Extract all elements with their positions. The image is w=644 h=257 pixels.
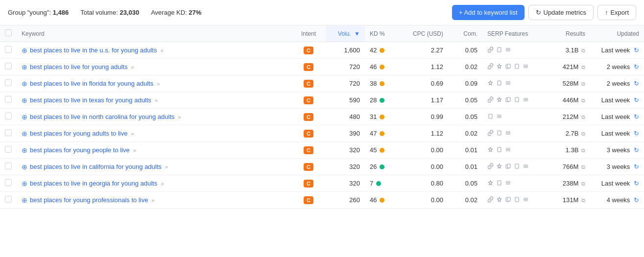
row-checkbox[interactable] bbox=[5, 196, 12, 203]
com-value: 0.01 bbox=[465, 163, 477, 170]
row-checkbox[interactable] bbox=[5, 129, 12, 136]
volume-value: 720 bbox=[349, 80, 360, 87]
keyword-link[interactable]: best places for young people to live bbox=[30, 146, 130, 154]
results-cell: 212M ⧉ bbox=[546, 109, 590, 125]
com-cell: 0.05 bbox=[448, 109, 482, 125]
row-checkbox[interactable] bbox=[5, 163, 12, 169]
col-header-keyword: Keyword bbox=[17, 25, 291, 42]
com-cell: 0.01 bbox=[448, 142, 482, 159]
copy-icon[interactable]: ⧉ bbox=[581, 164, 585, 170]
copy-icon[interactable]: ⧉ bbox=[581, 47, 585, 53]
refresh-row-icon[interactable]: ↻ bbox=[634, 113, 639, 120]
com-value: 0.09 bbox=[465, 80, 477, 87]
serp-cell bbox=[482, 109, 546, 125]
add-keyword-icon[interactable]: ⊕ bbox=[22, 180, 27, 187]
copy-icon[interactable]: ⧉ bbox=[581, 197, 585, 203]
col-header-com[interactable]: Com. bbox=[448, 25, 482, 42]
add-keyword-icon[interactable]: ⊕ bbox=[22, 47, 27, 54]
volume-value: 480 bbox=[349, 113, 360, 120]
chevrons-icon: » bbox=[131, 131, 134, 137]
com-cell: 0.02 bbox=[448, 59, 482, 75]
refresh-row-icon[interactable]: ↻ bbox=[634, 47, 639, 54]
export-button[interactable]: ↑ Export bbox=[597, 5, 636, 20]
link-icon bbox=[487, 96, 494, 104]
volume-value: 320 bbox=[349, 180, 360, 187]
kd-cell: 7 bbox=[365, 175, 404, 192]
copy-icon[interactable]: ⧉ bbox=[581, 147, 585, 153]
row-checkbox[interactable] bbox=[5, 96, 12, 103]
bookmark-multi-icon bbox=[505, 96, 511, 104]
cpc-value: 0.69 bbox=[431, 80, 443, 87]
col-header-cpc[interactable]: CPC (USD) bbox=[404, 25, 448, 42]
link-icon bbox=[487, 130, 494, 138]
add-keyword-icon[interactable]: ⊕ bbox=[22, 163, 27, 171]
refresh-row-icon[interactable]: ↻ bbox=[634, 130, 639, 137]
refresh-row-icon[interactable]: ↻ bbox=[634, 196, 639, 204]
update-metrics-button[interactable]: ↻ Update metrics bbox=[528, 5, 594, 20]
add-keyword-icon[interactable]: ⊕ bbox=[22, 96, 27, 104]
row-checkbox[interactable] bbox=[5, 113, 12, 119]
refresh-row-icon[interactable]: ↻ bbox=[634, 146, 639, 154]
copy-icon[interactable]: ⧉ bbox=[581, 181, 585, 187]
add-to-keyword-list-button[interactable]: + Add to keyword list bbox=[452, 5, 525, 20]
copy-icon[interactable]: ⧉ bbox=[581, 81, 585, 87]
intent-badge: C bbox=[304, 130, 313, 138]
com-cell: 0.01 bbox=[448, 159, 482, 175]
col-header-results[interactable]: Results bbox=[546, 25, 590, 42]
refresh-row-icon[interactable]: ↻ bbox=[634, 63, 639, 70]
add-keyword-icon[interactable]: ⊕ bbox=[22, 80, 27, 88]
keyword-link[interactable]: best places to live in california for yo… bbox=[30, 163, 162, 170]
bookmark-multi-icon bbox=[505, 196, 511, 204]
add-keyword-icon[interactable]: ⊕ bbox=[22, 113, 27, 121]
volume-value: 1,600 bbox=[344, 47, 360, 54]
sort-desc-icon: ▼ bbox=[354, 30, 360, 37]
row-checkbox[interactable] bbox=[5, 79, 12, 86]
refresh-row-icon[interactable]: ↻ bbox=[634, 180, 639, 187]
refresh-row-icon[interactable]: ↻ bbox=[634, 80, 639, 87]
keyword-link[interactable]: best places to live for young adults bbox=[30, 63, 127, 70]
add-keyword-icon[interactable]: ⊕ bbox=[22, 196, 27, 204]
keyword-link[interactable]: best places to live in north carolina fo… bbox=[30, 113, 175, 120]
serp-cell bbox=[482, 159, 546, 175]
row-checkbox[interactable] bbox=[5, 179, 12, 186]
add-keyword-icon[interactable]: ⊕ bbox=[22, 130, 27, 138]
updated-cell: 3 weeks ↻ bbox=[590, 142, 644, 159]
add-keyword-icon[interactable]: ⊕ bbox=[22, 63, 27, 71]
serp-icons bbox=[487, 130, 541, 138]
col-header-volume[interactable]: Volu. ▼ bbox=[326, 25, 365, 42]
copy-icon[interactable]: ⧉ bbox=[581, 114, 585, 120]
volume-cell: 720 bbox=[326, 59, 365, 75]
copy-icon[interactable]: ⧉ bbox=[581, 131, 585, 137]
keyword-link[interactable]: best places to live in the u.s. for youn… bbox=[30, 47, 157, 54]
copy-icon[interactable]: ⧉ bbox=[581, 64, 585, 70]
serp-cell bbox=[482, 142, 546, 159]
com-value: 0.05 bbox=[465, 113, 477, 120]
copy-icon[interactable]: ⧉ bbox=[581, 97, 585, 103]
updated-value: Last week bbox=[601, 180, 630, 187]
select-all-checkbox[interactable] bbox=[5, 29, 12, 36]
table-row: ⊕ best places for young people to live »… bbox=[0, 142, 644, 159]
chevrons-icon: » bbox=[178, 114, 181, 120]
row-checkbox[interactable] bbox=[5, 146, 12, 153]
star-icon bbox=[487, 146, 494, 154]
list-icon bbox=[523, 163, 529, 171]
col-header-kd[interactable]: KD % bbox=[365, 25, 404, 42]
keyword-link[interactable]: best places to live in florida for young… bbox=[30, 80, 153, 87]
row-checkbox[interactable] bbox=[5, 63, 12, 70]
row-checkbox[interactable] bbox=[5, 46, 12, 53]
col-header-updated[interactable]: Updated bbox=[590, 25, 644, 42]
refresh-row-icon[interactable]: ↻ bbox=[634, 163, 639, 170]
chevrons-icon: » bbox=[131, 64, 134, 70]
volume-value: 320 bbox=[349, 146, 360, 154]
add-keyword-icon[interactable]: ⊕ bbox=[22, 146, 27, 154]
chevrons-icon: » bbox=[161, 181, 164, 187]
keyword-link[interactable]: best places to live in georgia for young… bbox=[30, 180, 157, 187]
keyword-link[interactable]: best places for young professionals to l… bbox=[30, 196, 148, 204]
keyword-link[interactable]: best places for young adults to live bbox=[30, 130, 127, 137]
keyword-link[interactable]: best places to live in texas for young a… bbox=[30, 96, 151, 104]
cpc-cell: 2.27 bbox=[404, 42, 448, 59]
svg-rect-20 bbox=[489, 114, 492, 118]
export-icon: ↑ bbox=[605, 9, 608, 16]
bookmark-icon bbox=[496, 146, 502, 154]
refresh-row-icon[interactable]: ↻ bbox=[634, 96, 639, 104]
